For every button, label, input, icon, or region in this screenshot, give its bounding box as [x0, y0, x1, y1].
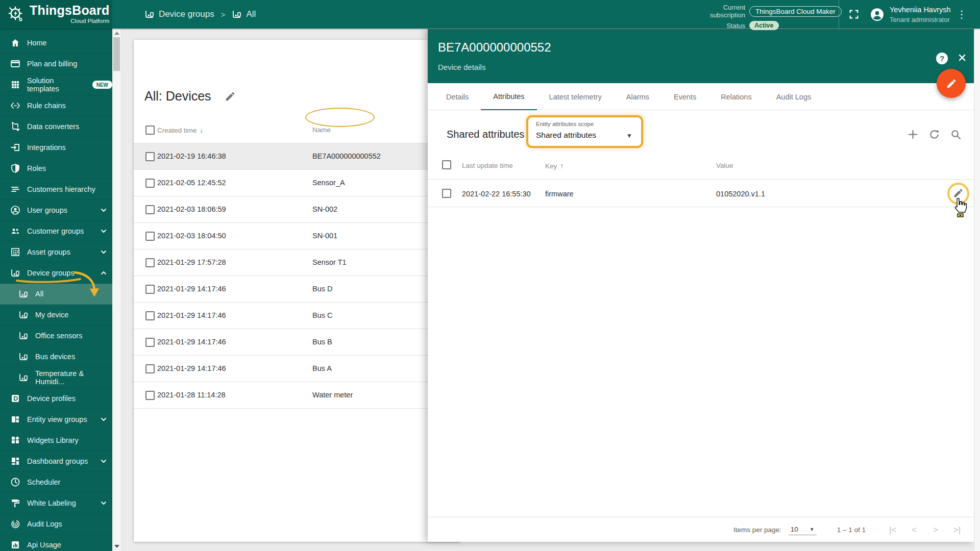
sidebar-item-device-groups[interactable]: Device groups — [0, 263, 112, 284]
sidebar-item-label: Office sensors — [35, 332, 82, 340]
column-name[interactable]: Name — [312, 126, 331, 134]
device-row[interactable]: 2021-01-29 17:57:28 Sensor T1 — [134, 249, 460, 276]
row-checkbox[interactable] — [145, 232, 155, 241]
sidebar-item-user-groups[interactable]: User groups — [0, 200, 112, 221]
row-checkbox[interactable] — [145, 205, 155, 214]
first-page-icon[interactable]: |< — [887, 524, 898, 536]
scrollbar-down-arrow[interactable] — [114, 545, 119, 548]
tab-events[interactable]: Events — [662, 83, 708, 110]
row-checkbox[interactable] — [145, 285, 155, 294]
select-all-checkbox[interactable] — [145, 126, 155, 135]
edit-attribute-pencil-icon[interactable] — [953, 188, 964, 198]
sidebar-item-customers-hierarchy[interactable]: Customers hierarchy — [0, 179, 112, 200]
next-page-icon[interactable]: > — [930, 524, 941, 536]
new-badge: NEW — [92, 81, 112, 89]
row-checkbox[interactable] — [145, 179, 155, 188]
row-checkbox[interactable] — [145, 311, 155, 320]
refresh-icon[interactable] — [928, 129, 940, 140]
device-row[interactable]: 2021-02-19 16:46:38 BE7A000000000552 — [134, 143, 460, 170]
row-checkbox[interactable] — [145, 152, 155, 161]
sidebar-item-label: Widgets Library — [27, 436, 79, 444]
entity-attributes-scope-select[interactable]: Entity attributes scope Shared attribute… — [530, 119, 640, 145]
sidebar-item-customer-groups[interactable]: Customer groups — [0, 221, 112, 242]
shared-attributes-title: Shared attributes — [447, 129, 524, 140]
scrollbar-thumb[interactable] — [113, 37, 120, 71]
logo-subtitle: Cloud Platform — [30, 18, 109, 24]
device-row[interactable]: 2021-02-05 12:45:52 Sensor_A — [134, 170, 460, 196]
sidebar-item-device-profiles[interactable]: Device profiles — [0, 388, 112, 409]
sidebar-item-data-converters[interactable]: Data converters — [0, 116, 112, 137]
sidebar-item-scheduler[interactable]: Scheduler — [0, 472, 112, 493]
sidebar-item-integrations[interactable]: Integrations — [0, 137, 112, 158]
help-icon[interactable]: ? — [936, 53, 948, 64]
sidebar-item-roles[interactable]: Roles — [0, 158, 112, 179]
cell-last-update-time: 2021-02-22 16:55:30 — [462, 190, 531, 198]
tab-relations[interactable]: Relations — [708, 83, 764, 110]
breadcrumb-device-groups[interactable]: Device groups — [144, 9, 214, 19]
column-last-update-time[interactable]: Last update time — [462, 162, 513, 169]
sidebar-item-api-usage[interactable]: Api Usage — [0, 535, 112, 551]
thingsboard-logo[interactable]: ThingsBoard Cloud Platform — [0, 0, 112, 29]
row-checkbox[interactable] — [145, 391, 155, 400]
device-row[interactable]: 2021-01-29 14:17:46 Bus B — [134, 329, 460, 356]
sidebar-item-dashboard-groups[interactable]: Dashboard groups — [0, 451, 112, 472]
close-icon[interactable]: ✕ — [955, 52, 969, 65]
column-key[interactable]: Key — [545, 162, 557, 170]
prev-page-icon[interactable]: < — [909, 524, 920, 536]
attribute-row[interactable]: 2021-02-22 16:55:30 firmware 01052020.v1… — [428, 180, 974, 207]
cell-created-time: 2021-02-19 16:46:38 — [157, 152, 226, 160]
device-row[interactable]: 2021-01-29 14:17:46 Bus D — [134, 276, 460, 303]
sidebar-item-solution-templates[interactable]: Solution templates NEW — [0, 74, 112, 95]
scrollbar-up-arrow[interactable] — [114, 32, 119, 35]
sidebar-item-bus-devices[interactable]: Bus devices — [0, 346, 112, 367]
subscription-plan-badge[interactable]: ThingsBoard Cloud Maker — [749, 6, 842, 17]
tab-audit-logs[interactable]: Audit Logs — [764, 83, 824, 110]
fullscreen-icon[interactable] — [848, 9, 860, 20]
sidebar-item-home[interactable]: Home — [0, 33, 112, 54]
sidebar-item-office-sensors[interactable]: Office sensors — [0, 325, 112, 346]
device-row[interactable]: 2021-01-28 11:14:28 Water meter — [134, 382, 460, 409]
sidebar-item-white-labeling[interactable]: White Labeling — [0, 493, 112, 514]
row-checkbox[interactable] — [145, 258, 155, 267]
sidebar-item-widgets-library[interactable]: Widgets Library — [0, 430, 112, 451]
cell-device-name: Bus B — [312, 338, 332, 346]
device-groups-icon — [232, 9, 242, 19]
tab-latest-telemetry[interactable]: Latest telemetry — [537, 83, 614, 110]
sidebar-item-all[interactable]: All — [0, 284, 112, 305]
user-name: Yevheniia Havrysh — [890, 5, 951, 15]
sort-desc-icon[interactable]: ↓ — [200, 126, 203, 134]
sidebar-item-temperature-humidity[interactable]: Temperature & Humidi... — [0, 367, 112, 388]
breadcrumb-all[interactable]: All — [232, 9, 256, 19]
device-row[interactable]: 2021-01-29 14:17:46 Bus C — [134, 303, 460, 329]
sidebar-item-my-device[interactable]: My device — [0, 305, 112, 325]
sidebar-item-audit-logs[interactable]: Audit Logs — [0, 514, 112, 535]
sidebar-item-rule-chains[interactable]: Rule chains — [0, 95, 112, 116]
sidebar-item-entity-view-groups[interactable]: Entity view groups — [0, 409, 112, 430]
select-all-checkbox[interactable] — [442, 160, 451, 169]
edit-device-fab[interactable] — [937, 69, 966, 98]
row-checkbox[interactable] — [145, 364, 155, 373]
sidebar-item-asset-groups[interactable]: Asset groups — [0, 242, 112, 263]
device-row[interactable]: 2021-02-03 18:06:59 SN-002 — [134, 196, 460, 223]
row-checkbox[interactable] — [442, 189, 451, 198]
sidebar-item-label: Dashboard groups — [27, 457, 88, 465]
device-row[interactable]: 2021-02-03 18:04:50 SN-001 — [134, 223, 460, 249]
more-menu-icon[interactable]: ⋮ — [957, 7, 967, 21]
home-icon — [10, 38, 20, 48]
tab-alarms[interactable]: Alarms — [614, 83, 662, 110]
sidebar-item-plan-and-billing[interactable]: Plan and billing — [0, 54, 112, 74]
last-page-icon[interactable]: >| — [951, 524, 963, 536]
tab-details[interactable]: Details — [434, 83, 481, 110]
column-created-time[interactable]: Created time — [157, 127, 197, 134]
avatar[interactable] — [870, 8, 884, 21]
device-row[interactable]: 2021-01-29 14:17:46 Bus A — [134, 356, 460, 382]
page-scrollbar[interactable] — [974, 29, 980, 551]
add-attribute-icon[interactable] — [907, 129, 919, 140]
column-value[interactable]: Value — [716, 162, 733, 169]
tab-attributes[interactable]: Attributes — [481, 83, 536, 110]
items-per-page-select[interactable]: 10 ▼ — [789, 524, 817, 535]
search-icon[interactable] — [950, 129, 962, 140]
sort-asc-icon[interactable]: ↑ — [560, 162, 564, 170]
row-checkbox[interactable] — [145, 338, 155, 347]
edit-group-pencil-icon[interactable] — [225, 91, 236, 102]
